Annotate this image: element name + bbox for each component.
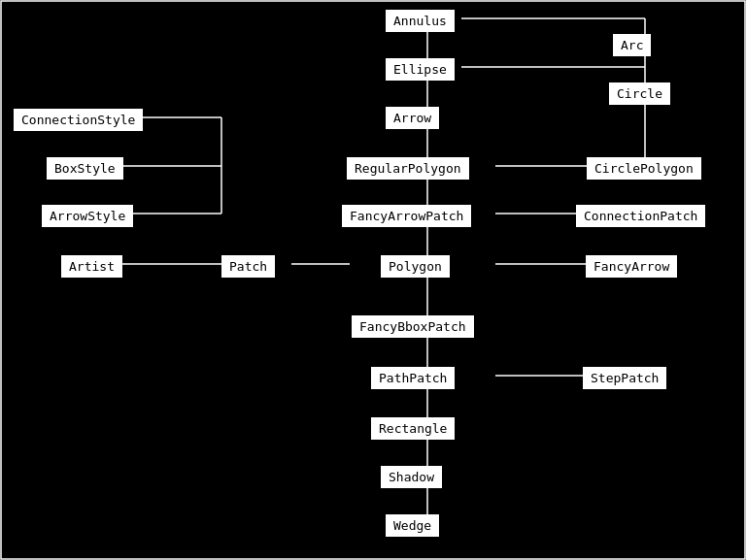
node-polygon: Polygon — [381, 255, 450, 278]
node-ellipse: Ellipse — [386, 58, 455, 81]
node-boxstyle: BoxStyle — [47, 157, 123, 180]
node-fancyarrowpatch: FancyArrowPatch — [342, 205, 471, 227]
node-connectionstyle: ConnectionStyle — [14, 109, 143, 131]
node-steppatch: StepPatch — [583, 367, 666, 389]
node-rectangle: Rectangle — [371, 417, 455, 440]
node-shadow: Shadow — [381, 466, 442, 488]
node-artist: Artist — [61, 255, 122, 278]
node-arc: Arc — [613, 34, 651, 56]
node-circlepolygon: CirclePolygon — [587, 157, 701, 180]
node-fancyarrow: FancyArrow — [586, 255, 677, 278]
node-circle: Circle — [609, 82, 670, 105]
node-arrow: Arrow — [386, 107, 439, 129]
node-connectionpatch: ConnectionPatch — [576, 205, 705, 227]
node-annulus: Annulus — [386, 10, 455, 32]
node-regularpolygon: RegularPolygon — [347, 157, 469, 180]
node-pathpatch: PathPatch — [371, 367, 455, 389]
node-arrowstyle: ArrowStyle — [42, 205, 133, 227]
node-fancybboxpatch: FancyBboxPatch — [352, 315, 474, 338]
node-patch: Patch — [221, 255, 275, 278]
node-wedge: Wedge — [386, 514, 439, 537]
